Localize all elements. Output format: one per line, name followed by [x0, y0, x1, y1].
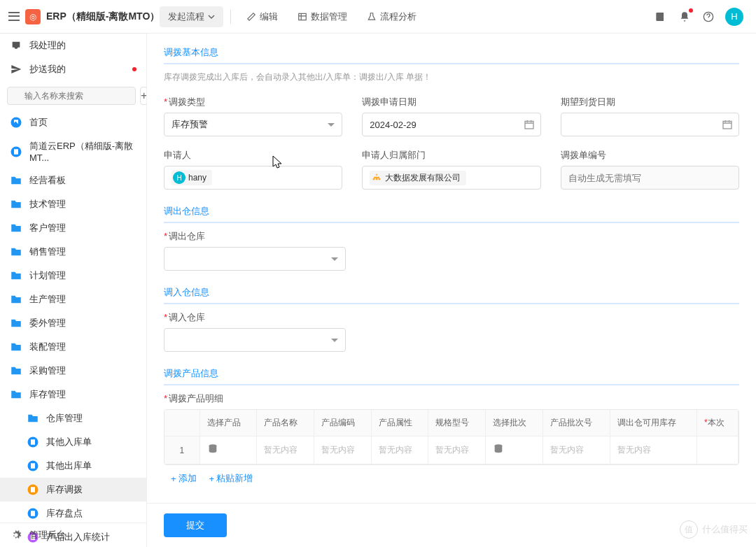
chevron-down-icon — [208, 13, 215, 20]
folder-icon — [10, 269, 22, 282]
item-icon — [27, 412, 39, 425]
label-expect-date: 期望到货日期 — [561, 96, 739, 108]
section-in: 调入仓信息 — [164, 286, 739, 304]
table-row[interactable]: 1 暂无内容 暂无内容 暂无内容 暂无内容 暂无内容 暂无内容 — [164, 436, 738, 464]
nav-group[interactable]: 销售管理 — [0, 240, 146, 264]
nav-admin[interactable]: 管理后台 — [0, 523, 146, 547]
input-apply-date[interactable]: 2024-02-29 — [362, 113, 540, 136]
submit-button[interactable]: 提交 — [164, 513, 227, 537]
watermark-logo-icon: 值 — [680, 520, 698, 539]
label-detail: 调拨产品明细 — [164, 392, 739, 405]
table-icon — [298, 12, 307, 22]
svg-rect-11 — [31, 511, 35, 516]
folder-icon — [10, 341, 22, 353]
nav-sub-item[interactable]: 其他入库单 — [0, 430, 146, 454]
nav-sub-item[interactable]: 库存盘点 — [0, 502, 146, 525]
svg-rect-9 — [31, 487, 35, 492]
app-logo: ◎ — [25, 9, 41, 24]
edit-button[interactable]: 编辑 — [238, 6, 286, 27]
inbox-icon — [10, 39, 22, 52]
folder-icon — [10, 317, 22, 329]
footer: 提交 — [147, 503, 756, 547]
nav-cc-me[interactable]: 抄送我的 — [0, 57, 146, 81]
col-header: 产品批次号 — [542, 410, 610, 436]
col-header: 规格型号 — [428, 410, 486, 436]
paste-row-button[interactable]: + 粘贴新增 — [209, 472, 253, 485]
col-header: 调出仓可用库存 — [610, 410, 696, 436]
folder-icon — [10, 364, 22, 377]
nav-group[interactable]: 装配管理 — [0, 335, 146, 359]
user-avatar[interactable]: H — [725, 8, 743, 26]
col-header — [164, 410, 200, 436]
label: 管理后台 — [29, 529, 66, 541]
label-apply-date: 调拨申请日期 — [362, 96, 540, 108]
col-header: *本次 — [697, 410, 738, 436]
calendar-icon — [524, 119, 535, 130]
nav-group[interactable]: 采购管理 — [0, 359, 146, 383]
sidebar-search[interactable] — [7, 87, 136, 105]
input-applicant[interactable]: Hhany — [164, 166, 342, 190]
bell-icon[interactable] — [678, 10, 692, 24]
folder-icon — [10, 293, 22, 306]
folder-icon — [10, 222, 22, 234]
nav-my-handled[interactable]: 我处理的 — [0, 34, 146, 57]
select-in-wh[interactable] — [164, 328, 346, 352]
nav-group[interactable]: 库存管理 — [0, 383, 146, 406]
section-out: 调出仓信息 — [164, 205, 739, 223]
label-docno: 调拨单编号 — [561, 149, 739, 162]
nav-sub-item[interactable]: 其他出库单 — [0, 454, 146, 478]
col-header: 产品名称 — [257, 410, 314, 436]
select-type[interactable]: 库存预警 — [164, 113, 342, 136]
nav-group[interactable]: 客户管理 — [0, 216, 146, 240]
member-avatar-icon: H — [173, 171, 186, 184]
database-icon[interactable] — [493, 443, 504, 455]
input-expect-date[interactable] — [561, 113, 739, 136]
hamburger-icon[interactable] — [8, 11, 20, 22]
doc-icon — [10, 145, 22, 158]
basic-hint: 库存调拨完成出入库后，会自动录入其他出/入库单：调拨出/入库 单据！ — [164, 71, 739, 83]
nav-sub-item[interactable]: 仓库管理 — [0, 406, 146, 430]
col-header: 选择批次 — [486, 410, 543, 436]
svg-rect-14 — [299, 13, 307, 20]
org-icon — [371, 172, 382, 183]
nav-group[interactable]: 技术管理 — [0, 192, 146, 216]
app-title: ERP（精细版-离散MTO） — [46, 10, 160, 23]
svg-rect-5 — [31, 439, 35, 445]
add-row-button[interactable]: + 添加 — [171, 472, 197, 485]
data-button[interactable]: 数据管理 — [289, 6, 356, 27]
nav-group[interactable]: 计划管理 — [0, 264, 146, 287]
item-icon — [27, 436, 39, 448]
nav-group[interactable]: 委外管理 — [0, 311, 146, 335]
nav-sub-item[interactable]: 库存调拨 — [0, 478, 146, 502]
nav-erp[interactable]: 简道云ERP（精细版-离散MT... — [0, 134, 146, 169]
input-docno — [561, 166, 739, 190]
item-icon — [27, 483, 39, 496]
add-button[interactable]: + — [140, 87, 147, 105]
section-prod: 调拨产品信息 — [164, 367, 739, 385]
nav-group[interactable]: 经营看板 — [0, 169, 146, 192]
home-icon — [10, 116, 22, 129]
book-icon[interactable] — [654, 10, 668, 24]
item-icon — [27, 507, 39, 520]
flask-icon — [367, 12, 377, 22]
svg-rect-17 — [723, 121, 732, 129]
label-in-wh: 调入仓库 — [164, 311, 346, 324]
folder-icon — [10, 246, 22, 258]
nav-home[interactable]: 首页 — [0, 111, 146, 134]
start-process-button[interactable]: 发起流程 — [160, 6, 223, 27]
label: 首页 — [29, 116, 48, 129]
calendar-icon — [722, 119, 733, 130]
form-main: 调拨基本信息 库存调拨完成出入库后，会自动录入其他出/入库单：调拨出/入库 单据… — [147, 34, 756, 547]
item-icon — [27, 460, 39, 472]
database-icon[interactable] — [207, 443, 218, 455]
nav-group[interactable]: 生产管理 — [0, 287, 146, 311]
svg-rect-16 — [525, 121, 533, 129]
analysis-button[interactable]: 流程分析 — [358, 6, 425, 27]
label-dept: 申请人归属部门 — [362, 149, 540, 162]
select-out-wh[interactable] — [164, 247, 346, 271]
watermark: 值 什么值得买 — [680, 520, 748, 539]
toolbar: 发起流程 编辑 数据管理 流程分析 H — [147, 0, 756, 34]
unread-dot — [132, 67, 136, 71]
help-icon[interactable] — [701, 10, 715, 24]
input-dept[interactable]: 大数据发展有限公司 — [362, 166, 540, 190]
